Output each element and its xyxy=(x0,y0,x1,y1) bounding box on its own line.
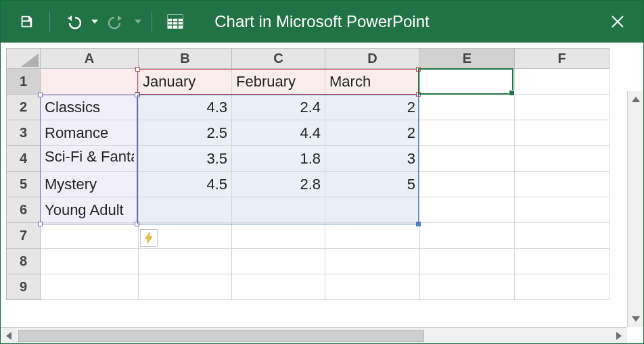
cell-f1[interactable] xyxy=(515,69,610,95)
cell-c8[interactable] xyxy=(232,249,325,274)
undo-icon xyxy=(65,14,81,30)
cell-d7[interactable] xyxy=(325,223,420,249)
qat-separator xyxy=(49,11,50,32)
cell-f2[interactable] xyxy=(515,95,610,120)
cell-c6[interactable] xyxy=(232,197,325,223)
vertical-scroll-track[interactable] xyxy=(628,107,643,311)
undo-dropdown[interactable] xyxy=(91,8,99,35)
horizontal-scroll-thumb[interactable] xyxy=(18,330,424,342)
cell-e7[interactable] xyxy=(420,223,515,249)
cell-a5[interactable]: Mystery xyxy=(41,172,139,197)
cell-f7[interactable] xyxy=(515,223,610,249)
row-header-6[interactable]: 6 xyxy=(7,197,41,223)
cell-a3[interactable]: Romance xyxy=(41,120,139,146)
cell-f4[interactable] xyxy=(515,146,610,172)
scroll-up-button[interactable] xyxy=(628,91,643,107)
cell-e8[interactable] xyxy=(420,249,515,274)
col-header-c[interactable]: C xyxy=(232,49,325,69)
cell-a2[interactable]: Classics xyxy=(41,95,139,120)
worksheet-button[interactable] xyxy=(162,8,189,35)
cell-b6[interactable] xyxy=(139,197,232,223)
cell-a8[interactable] xyxy=(41,249,139,274)
spreadsheet-table[interactable]: A B C D E F 1 January February March xyxy=(6,48,610,300)
quick-access-toolbar xyxy=(1,8,189,35)
cell-e6[interactable] xyxy=(420,197,515,223)
cell-e4[interactable] xyxy=(420,146,515,172)
redo-dropdown[interactable] xyxy=(134,8,142,35)
row-header-8[interactable]: 8 xyxy=(7,249,41,274)
cell-a6[interactable]: Young Adult xyxy=(41,197,139,223)
cell-d9[interactable] xyxy=(325,274,420,300)
vertical-scrollbar[interactable] xyxy=(627,91,643,327)
save-icon xyxy=(19,14,34,29)
cell-c3[interactable]: 4.4 xyxy=(232,120,325,146)
quick-analysis-icon xyxy=(143,232,155,244)
cell-d1[interactable]: March xyxy=(325,69,420,95)
worksheet-icon xyxy=(167,14,183,29)
row-header-4[interactable]: 4 xyxy=(7,146,41,172)
cell-d3[interactable]: 2 xyxy=(325,120,420,146)
caret-right-icon xyxy=(616,332,622,340)
cell-b9[interactable] xyxy=(139,274,232,300)
col-header-f[interactable]: F xyxy=(515,49,610,69)
cell-a4[interactable]: Sci-Fi & Fantasy xyxy=(41,146,139,172)
row-header-2[interactable]: 2 xyxy=(7,95,41,120)
excel-in-powerpoint-window: Chart in Microsoft PowerPoint A xyxy=(0,0,644,344)
col-header-d[interactable]: D xyxy=(325,49,420,69)
undo-button[interactable] xyxy=(60,8,87,35)
scroll-down-button[interactable] xyxy=(628,311,643,327)
col-header-a[interactable]: A xyxy=(41,49,139,69)
cell-b3[interactable]: 2.5 xyxy=(139,120,232,146)
cell-f3[interactable] xyxy=(515,120,610,146)
close-button[interactable] xyxy=(601,1,634,43)
cell-c7[interactable] xyxy=(232,223,325,249)
cell-f9[interactable] xyxy=(515,274,610,300)
row-header-7[interactable]: 7 xyxy=(7,223,41,249)
cell-d5[interactable]: 5 xyxy=(325,172,420,197)
cell-d4[interactable]: 3 xyxy=(325,146,420,172)
cell-d6[interactable] xyxy=(325,197,420,223)
cell-c5[interactable]: 2.8 xyxy=(232,172,325,197)
cell-e9[interactable] xyxy=(420,274,515,300)
cell-e5[interactable] xyxy=(420,172,515,197)
cell-a1[interactable] xyxy=(41,69,139,95)
quick-analysis-button[interactable] xyxy=(140,229,158,247)
qat-separator xyxy=(152,11,152,32)
grid[interactable]: A B C D E F 1 January February March xyxy=(6,48,643,300)
caret-up-icon xyxy=(632,97,640,102)
scroll-right-button[interactable] xyxy=(611,328,627,344)
cell-f6[interactable] xyxy=(515,197,610,223)
save-button[interactable] xyxy=(13,8,40,35)
select-all-corner[interactable] xyxy=(7,49,41,69)
row-header-9[interactable]: 9 xyxy=(7,274,41,300)
cell-e2[interactable] xyxy=(420,95,515,120)
cell-f5[interactable] xyxy=(515,172,610,197)
horizontal-scrollbar[interactable] xyxy=(1,327,627,343)
col-header-b[interactable]: B xyxy=(139,49,232,69)
cell-a7[interactable] xyxy=(41,223,139,249)
cell-b5[interactable]: 4.5 xyxy=(139,172,232,197)
svg-rect-0 xyxy=(27,18,28,20)
col-header-e[interactable]: E xyxy=(420,49,515,69)
cell-c1[interactable]: February xyxy=(232,69,325,95)
titlebar: Chart in Microsoft PowerPoint xyxy=(1,1,643,43)
row-header-1[interactable]: 1 xyxy=(7,69,41,95)
cell-c4[interactable]: 1.8 xyxy=(232,146,325,172)
cell-b1[interactable]: January xyxy=(139,69,232,95)
row-header-3[interactable]: 3 xyxy=(7,120,41,146)
cell-b4[interactable]: 3.5 xyxy=(139,146,232,172)
cell-b8[interactable] xyxy=(139,249,232,274)
scroll-left-button[interactable] xyxy=(1,328,17,344)
cell-e1[interactable] xyxy=(420,69,515,95)
cell-a9[interactable] xyxy=(41,274,139,300)
cell-d8[interactable] xyxy=(325,249,420,274)
cell-c2[interactable]: 2.4 xyxy=(232,95,325,120)
redo-icon xyxy=(108,14,124,30)
cell-b2[interactable]: 4.3 xyxy=(139,95,232,120)
cell-d2[interactable]: 2 xyxy=(325,95,420,120)
cell-f8[interactable] xyxy=(515,249,610,274)
row-header-5[interactable]: 5 xyxy=(7,172,41,197)
redo-button[interactable] xyxy=(103,8,130,35)
cell-c9[interactable] xyxy=(232,274,325,300)
cell-e3[interactable] xyxy=(420,120,515,146)
